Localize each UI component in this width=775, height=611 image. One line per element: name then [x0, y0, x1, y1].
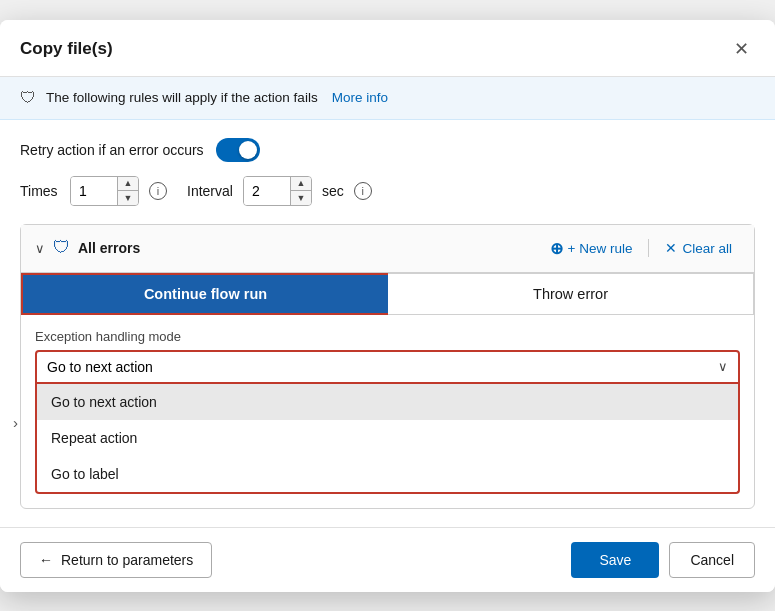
exception-section: Exception handling mode › Go to next act…: [35, 315, 740, 494]
times-up-button[interactable]: ▲: [118, 177, 138, 192]
header-divider: [648, 239, 649, 257]
times-input[interactable]: [71, 177, 117, 205]
toggle-slider: [216, 138, 260, 162]
collapse-chevron-icon[interactable]: ∨: [35, 241, 45, 256]
option-go-next[interactable]: Go to next action: [37, 384, 738, 420]
banner-text: The following rules will apply if the ac…: [46, 90, 318, 105]
dropdown-selected[interactable]: Go to next action ∨: [35, 350, 740, 384]
errors-header: ∨ 🛡 All errors ⊕ + New rule ✕ Clear all: [21, 225, 754, 273]
dropdown-wrap: › Go to next action ∨ Go to next action …: [35, 350, 740, 494]
footer-right: Save Cancel: [571, 542, 755, 578]
interval-up-button[interactable]: ▲: [291, 177, 311, 192]
interval-input-wrap: ▲ ▼: [243, 176, 312, 206]
tab-row: Continue flow run Throw error: [21, 273, 754, 315]
save-button[interactable]: Save: [571, 542, 659, 578]
shield-errors-icon: 🛡: [53, 238, 70, 258]
dialog-body: Retry action if an error occurs Times ▲ …: [0, 120, 775, 509]
exception-label: Exception handling mode: [35, 329, 740, 344]
return-label: Return to parameters: [61, 552, 193, 568]
sec-label: sec: [322, 183, 344, 199]
dropdown-list: Go to next action Repeat action Go to la…: [35, 384, 740, 494]
expand-arrow-icon[interactable]: ›: [13, 413, 18, 430]
clear-x-icon: ✕: [665, 240, 677, 256]
times-label: Times: [20, 183, 60, 199]
interval-input[interactable]: [244, 177, 290, 205]
title-bar: Copy file(s) ✕: [0, 20, 775, 77]
option-go-label[interactable]: Go to label: [37, 456, 738, 492]
tab-continue-flow[interactable]: Continue flow run: [21, 273, 388, 315]
arrow-left-icon: ←: [39, 552, 53, 568]
clear-all-label: Clear all: [682, 241, 732, 256]
more-info-link[interactable]: More info: [332, 90, 388, 105]
errors-header-right: ⊕ + New rule ✕ Clear all: [542, 235, 740, 262]
dropdown-value: Go to next action: [47, 359, 153, 375]
times-spinner: ▲ ▼: [117, 177, 138, 205]
clear-all-button[interactable]: ✕ Clear all: [657, 236, 740, 260]
dialog-title: Copy file(s): [20, 39, 113, 59]
times-interval-row: Times ▲ ▼ i Interval ▲ ▼ sec i: [20, 176, 755, 206]
new-rule-label: + New rule: [568, 241, 633, 256]
tab-throw-error[interactable]: Throw error: [388, 273, 754, 315]
retry-label: Retry action if an error occurs: [20, 142, 204, 158]
interval-label: Interval: [187, 183, 233, 199]
errors-header-left: ∨ 🛡 All errors: [35, 238, 140, 258]
times-down-button[interactable]: ▼: [118, 191, 138, 205]
retry-row: Retry action if an error occurs: [20, 138, 755, 162]
plus-icon: ⊕: [550, 239, 563, 258]
dropdown-chevron-icon: ∨: [718, 359, 728, 374]
return-to-parameters-button[interactable]: ← Return to parameters: [20, 542, 212, 578]
cancel-button[interactable]: Cancel: [669, 542, 755, 578]
interval-down-button[interactable]: ▼: [291, 191, 311, 205]
new-rule-button[interactable]: ⊕ + New rule: [542, 235, 641, 262]
close-button[interactable]: ✕: [728, 36, 755, 62]
interval-info-icon: i: [354, 182, 372, 200]
errors-section: ∨ 🛡 All errors ⊕ + New rule ✕ Clear all: [20, 224, 755, 509]
shield-icon: 🛡: [20, 89, 36, 107]
all-errors-label: All errors: [78, 240, 140, 256]
errors-inner: Exception handling mode › Go to next act…: [21, 315, 754, 508]
option-repeat[interactable]: Repeat action: [37, 420, 738, 456]
dialog: Copy file(s) ✕ 🛡 The following rules wil…: [0, 20, 775, 592]
times-info-icon: i: [149, 182, 167, 200]
interval-spinner: ▲ ▼: [290, 177, 311, 205]
info-banner: 🛡 The following rules will apply if the …: [0, 77, 775, 120]
footer: ← Return to parameters Save Cancel: [0, 527, 775, 592]
times-input-wrap: ▲ ▼: [70, 176, 139, 206]
retry-toggle[interactable]: [216, 138, 260, 162]
